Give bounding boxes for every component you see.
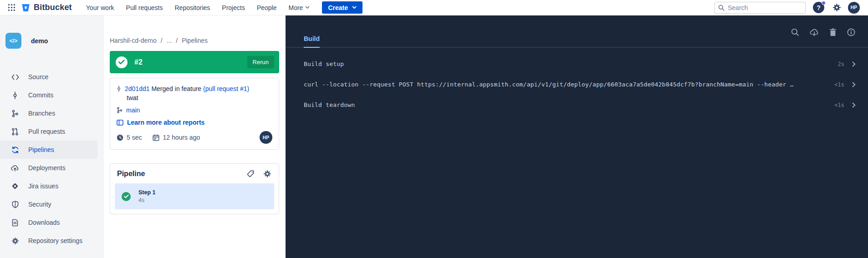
brand-wordmark: Bitbucket xyxy=(34,3,72,12)
log-row-list: Build setup 2s curl --location --request… xyxy=(286,48,868,115)
log-toolbar xyxy=(791,28,855,36)
commit-message-line2: twat xyxy=(127,93,272,102)
bitbucket-mark-icon xyxy=(21,3,31,12)
run-duration: 5 sec xyxy=(127,134,142,141)
search-input[interactable] xyxy=(715,2,806,14)
pipeline-card-header: Pipeline xyxy=(110,164,279,183)
pull-request-icon xyxy=(11,128,19,136)
sidebar-item-pipelines[interactable]: Pipelines xyxy=(0,141,97,159)
sidebar-item-commits[interactable]: Commits xyxy=(0,86,97,104)
sidebar-item-branches[interactable]: Branches xyxy=(0,104,97,122)
sidebar-item-pull-requests[interactable]: Pull requests xyxy=(0,122,97,141)
sidebar-item-jira-issues[interactable]: Jira issues xyxy=(0,177,97,195)
build-log-panel: Build Build setup 2s curl --location --r… xyxy=(286,15,868,258)
commit-icon xyxy=(117,86,121,92)
avatar-initials: HP xyxy=(851,5,858,10)
step-duration: 4s xyxy=(138,197,156,204)
create-button-label: Create xyxy=(328,4,348,11)
download-log-icon[interactable] xyxy=(810,28,819,36)
sidebar-item-label: Branches xyxy=(28,110,55,117)
branch-row: main xyxy=(117,106,272,115)
sidebar-item-repository-settings[interactable]: Repository settings xyxy=(0,232,97,250)
repo-avatar[interactable]: </> xyxy=(5,33,21,49)
commit-icon xyxy=(11,91,19,99)
gear-icon[interactable] xyxy=(263,170,271,178)
pipeline-step-row[interactable]: Step 1 4s xyxy=(115,183,274,209)
pipeline-run-number: #2 xyxy=(134,58,143,66)
commit-text: 2d01dd1 Merged in feature (pull request … xyxy=(125,84,249,93)
nav-projects[interactable]: Projects xyxy=(216,0,251,15)
breadcrumb-current[interactable]: Pipelines xyxy=(182,37,208,44)
run-time-ago: 12 hours ago xyxy=(163,134,200,141)
commit-info-card: 2d01dd1 Merged in feature (pull request … xyxy=(110,78,279,150)
repo-name: demo xyxy=(31,37,48,45)
sidebar-item-label: Pull requests xyxy=(28,128,65,135)
pipeline-steps-card: Pipeline Step 1 4s xyxy=(110,163,279,214)
sidebar-item-deployments[interactable]: Deployments xyxy=(0,159,97,177)
committer-avatar[interactable]: HP xyxy=(260,131,272,144)
sidebar-item-label: Source xyxy=(28,73,48,81)
branch-link[interactable]: main xyxy=(126,106,140,115)
step-success-check-icon xyxy=(122,192,131,201)
clock-icon xyxy=(117,134,123,141)
sidebar-item-label: Deployments xyxy=(28,164,66,172)
sidebar-item-downloads[interactable]: Downloads xyxy=(0,213,97,232)
nav-your-work[interactable]: Your work xyxy=(80,0,120,15)
primary-nav: Your work Pull requests Repositories Pro… xyxy=(80,0,316,15)
tab-build[interactable]: Build xyxy=(304,35,320,48)
top-navigation-bar: Bitbucket Your work Pull requests Reposi… xyxy=(0,0,868,15)
chevron-right-icon[interactable] xyxy=(852,102,856,108)
breadcrumb: Harshil-cd-demo / ... / Pipelines xyxy=(110,37,279,44)
sidebar-item-label: Pipelines xyxy=(28,146,54,153)
pipeline-summary-panel: Harshil-cd-demo / ... / Pipelines #2 Rer… xyxy=(103,15,286,258)
repo-header: </> demo xyxy=(0,15,103,49)
user-avatar[interactable]: HP xyxy=(848,2,860,14)
notification-dot xyxy=(822,1,826,5)
success-check-icon xyxy=(116,56,128,68)
nav-people[interactable]: People xyxy=(251,0,283,15)
sidebar-item-source[interactable]: Source xyxy=(0,68,97,86)
search-log-icon[interactable] xyxy=(791,28,799,36)
commit-hash-link[interactable]: 2d01dd1 xyxy=(125,85,150,92)
sidebar-item-security[interactable]: Security xyxy=(0,195,97,213)
trash-icon[interactable] xyxy=(829,28,837,36)
help-button[interactable]: ? xyxy=(813,2,824,13)
chevron-right-icon[interactable] xyxy=(852,61,856,67)
log-row-text: Build setup xyxy=(304,61,344,67)
sidebar-item-label: Downloads xyxy=(28,219,60,226)
pipeline-run-banner: #2 Rerun xyxy=(110,51,279,73)
create-button[interactable]: Create xyxy=(322,1,363,14)
log-row-duration: <1s xyxy=(826,81,844,88)
search-icon xyxy=(718,5,725,11)
breadcrumb-repo[interactable]: Harshil-cd-demo xyxy=(110,37,157,44)
nav-repositories[interactable]: Repositories xyxy=(169,0,216,15)
log-row-build-teardown[interactable]: Build teardown <1s xyxy=(286,95,868,115)
info-icon[interactable] xyxy=(847,28,855,36)
nav-more[interactable]: More xyxy=(283,0,316,15)
sidebar-nav: Source Commits Branches Pull requests Pi… xyxy=(0,68,103,250)
nav-more-label: More xyxy=(289,4,303,11)
learn-more-reports-link[interactable]: Learn more about reports xyxy=(127,118,204,127)
bitbucket-logo[interactable]: Bitbucket xyxy=(21,3,72,12)
breadcrumb-collapsed[interactable]: ... xyxy=(167,37,172,44)
breadcrumb-separator: / xyxy=(176,37,178,44)
pipeline-card-actions xyxy=(246,170,271,178)
log-row-command[interactable]: curl --location --request POST https://i… xyxy=(286,74,868,95)
sidebar-item-label: Repository settings xyxy=(28,237,82,244)
breadcrumb-separator: / xyxy=(161,37,163,44)
log-row-text: curl --location --request POST https://i… xyxy=(304,81,794,88)
branch-icon xyxy=(11,110,19,117)
log-row-build-setup[interactable]: Build setup 2s xyxy=(286,54,868,74)
sidebar-item-label: Jira issues xyxy=(28,182,58,190)
app-switcher-icon[interactable] xyxy=(5,2,17,14)
rerun-button[interactable]: Rerun xyxy=(247,56,274,68)
nav-pull-requests[interactable]: Pull requests xyxy=(120,0,169,15)
settings-gear-icon[interactable] xyxy=(831,2,842,14)
chevron-right-icon[interactable] xyxy=(852,82,856,87)
pipelines-icon xyxy=(11,146,19,154)
log-row-text: Build teardown xyxy=(304,101,355,108)
pull-request-link[interactable]: (pull request #1) xyxy=(203,85,249,92)
run-meta-row: 5 sec 12 hours ago HP xyxy=(117,131,272,144)
tag-icon[interactable] xyxy=(246,170,255,178)
shield-icon xyxy=(11,201,19,208)
